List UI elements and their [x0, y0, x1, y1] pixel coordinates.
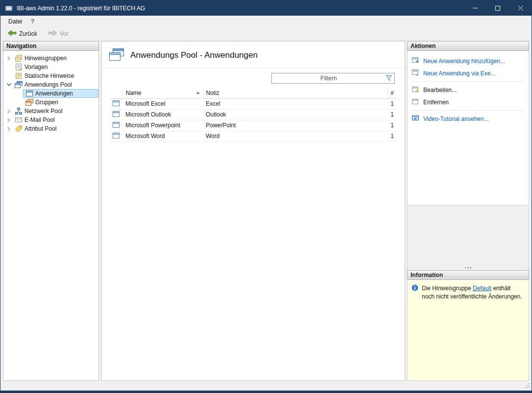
chevron-right-icon[interactable] — [5, 109, 12, 114]
splitter-dots-icon — [465, 267, 466, 268]
gruppen-icon — [25, 98, 34, 106]
tree-item-anwendungs-pool[interactable]: Anwendungs Pool — [3, 80, 98, 89]
attribut-pool-icon — [14, 125, 23, 133]
table-row[interactable]: Microsoft Word Word 1 — [110, 131, 397, 141]
window-bottom-border — [0, 391, 532, 393]
window-title: IBI-aws Admin 1.22.0 - registriert für I… — [17, 5, 464, 12]
maximize-icon — [495, 6, 500, 11]
menu-help[interactable]: ? — [26, 16, 39, 27]
default-group-link[interactable]: Default — [473, 285, 491, 292]
tree-item-anwendungen[interactable]: Anwendungen — [3, 89, 98, 98]
action-new-application[interactable]: Neue Anwendung hinzufügen... — [408, 55, 529, 67]
chevron-right-icon[interactable] — [5, 127, 12, 131]
application-window-icon — [110, 131, 122, 141]
filter-input[interactable] — [271, 73, 395, 84]
app-window: IBI-aws Admin 1.22.0 - registriert für I… — [0, 0, 532, 393]
cell-count: 1 — [387, 131, 397, 141]
chevron-right-icon[interactable] — [5, 118, 12, 122]
resize-grip-icon[interactable] — [524, 382, 530, 390]
column-name[interactable]: Name — [122, 88, 203, 98]
action-label: Entfernen — [423, 99, 449, 106]
chevron-down-icon[interactable] — [5, 83, 12, 87]
vorlagen-icon — [14, 63, 23, 71]
tree-item-attribut-pool[interactable]: Attribut Pool — [3, 124, 98, 133]
filter-funnel-icon[interactable] — [386, 75, 392, 83]
cell-count: 1 — [387, 98, 397, 109]
actions-divider — [411, 110, 525, 111]
column-count[interactable]: # — [387, 88, 397, 98]
cell-notiz: PowerPoint — [203, 120, 387, 131]
actions-divider — [411, 81, 525, 82]
main-content-panel: Anwendungs Pool - Anwendungen Name Notiz — [101, 41, 405, 381]
actions-panel-header: Aktionen — [407, 41, 529, 51]
tree-item-label: E-Mail Pool — [24, 116, 54, 123]
tree-item-label: Netzwerk Pool — [24, 108, 62, 115]
panel-splitter-handle[interactable] — [407, 265, 529, 270]
page-title: Anwendungs Pool - Anwendungen — [130, 50, 258, 60]
edit-icon — [411, 86, 419, 94]
back-arrow-icon — [7, 30, 17, 38]
tree-item-netzwerk-pool[interactable]: Netzwerk Pool — [3, 107, 98, 116]
tree-item-gruppen[interactable]: Gruppen — [3, 98, 98, 107]
window-controls — [464, 0, 532, 16]
information-panel-header: Information — [407, 270, 529, 280]
anwendungen-icon — [25, 90, 34, 97]
maximize-button[interactable] — [486, 0, 509, 16]
page-header: Anwendungs Pool - Anwendungen — [102, 42, 405, 69]
toolbar: Zurück Vor — [1, 27, 531, 41]
info-text-prefix: Die Hinweisgruppe — [422, 285, 473, 292]
tree-item-email-pool[interactable]: E-Mail Pool — [3, 116, 98, 124]
statische-hinweise-icon — [14, 72, 23, 80]
cell-notiz: Outlook — [203, 109, 387, 120]
back-button-label: Zurück — [19, 30, 37, 37]
titlebar: IBI-aws Admin 1.22.0 - registriert für I… — [0, 0, 532, 16]
action-edit[interactable]: Bearbeiten... — [408, 84, 529, 96]
cell-name: Microsoft Word — [122, 131, 203, 141]
information-message: Die Hinweisgruppe Default enthält noch n… — [422, 284, 523, 301]
tree-item-label: Statische Hinweise — [24, 72, 74, 79]
tree-item-label: Attribut Pool — [24, 125, 56, 132]
action-video-tutorial[interactable]: Video-Tutorial ansehen... — [408, 113, 529, 125]
chevron-right-icon[interactable] — [5, 56, 12, 61]
application-window-icon — [110, 120, 122, 131]
tree-item-label: Vorlagen — [24, 64, 48, 70]
forward-arrow-icon — [48, 30, 57, 38]
application-window-icon — [110, 98, 122, 109]
hinweisgruppen-icon — [14, 54, 23, 62]
cell-name: Microsoft Outlook — [122, 109, 203, 120]
tree-item-label: Hinweisgruppen — [24, 55, 67, 62]
tree-item-hinweisgruppen[interactable]: Hinweisgruppen — [3, 54, 98, 63]
cell-name: Microsoft Powerpoint — [122, 120, 203, 131]
info-icon — [411, 284, 418, 293]
back-button[interactable]: Zurück — [4, 29, 41, 39]
action-remove[interactable]: Entfernen — [408, 96, 529, 108]
action-label: Neue Anwendung via Exe... — [423, 70, 495, 77]
actions-list: Neue Anwendung hinzufügen... Neue Anwend… — [407, 51, 529, 206]
close-icon — [518, 5, 523, 11]
tree-item-label: Anwendungen — [35, 90, 73, 97]
cell-notiz: Excel — [203, 98, 387, 109]
forward-button[interactable]: Vor — [45, 29, 72, 39]
splitter-dots-icon — [470, 267, 471, 268]
table-row[interactable]: Microsoft Outlook Outlook 1 — [110, 109, 397, 120]
netzwerk-pool-icon — [14, 107, 23, 115]
app-logo-icon — [5, 4, 13, 12]
tree-item-label: Gruppen — [35, 99, 58, 106]
column-notiz[interactable]: Notiz — [203, 88, 387, 98]
table-row[interactable]: Microsoft Powerpoint PowerPoint 1 — [110, 120, 397, 131]
minimize-button[interactable] — [464, 0, 486, 16]
table-header-row: Name Notiz # — [110, 88, 397, 98]
tree-item-statische-hinweise[interactable]: Statische Hinweise — [3, 71, 98, 80]
information-panel: Die Hinweisgruppe Default enthält noch n… — [407, 280, 529, 381]
cell-name: Microsoft Excel — [122, 98, 203, 109]
action-new-application-exe[interactable]: Neue Anwendung via Exe... — [408, 67, 529, 79]
tree-item-vorlagen[interactable]: Vorlagen — [3, 63, 98, 71]
navigation-tree: Hinweisgruppen Vorlagen Statische Hinwei… — [3, 51, 98, 380]
right-panel: Aktionen Neue Anwendung hinzufügen... Ne… — [407, 41, 529, 381]
table-row[interactable]: Microsoft Excel Excel 1 — [110, 98, 397, 109]
close-button[interactable] — [509, 0, 532, 16]
menu-datei[interactable]: Datei — [4, 16, 26, 27]
splitter-dots-icon — [468, 267, 469, 268]
new-application-icon — [411, 57, 419, 65]
navigation-panel-header: Navigation — [3, 41, 99, 51]
